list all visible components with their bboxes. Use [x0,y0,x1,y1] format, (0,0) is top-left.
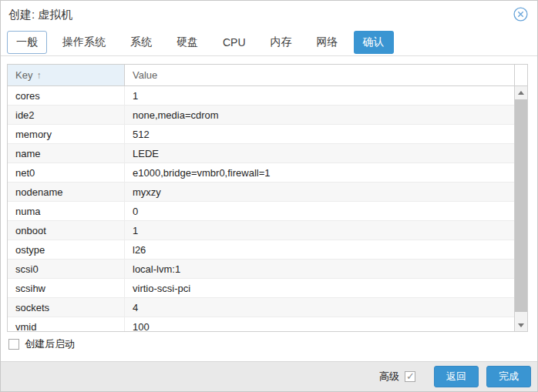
header-scrollbar-spacer [514,65,527,85]
row-value-cell: 4 [125,298,514,317]
tab-system[interactable]: 系统 [121,31,161,54]
row-key-cell: cores [8,86,125,105]
table-row[interactable]: onboot1 [8,221,514,240]
row-key-cell: nodename [8,183,125,201]
table-body: cores1ide2none,media=cdrommemory512nameL… [8,86,514,331]
row-key-cell: vmid [8,317,125,331]
row-value-cell: l26 [125,240,514,259]
row-value-cell: e1000,bridge=vmbr0,firewall=1 [125,163,514,182]
row-value-cell: 100 [125,317,514,331]
advanced-label: 高级 [379,370,399,384]
tab-memory[interactable]: 内存 [261,31,301,54]
table-row[interactable]: net0e1000,bridge=vmbr0,firewall=1 [8,163,514,183]
row-key-cell: net0 [8,163,125,182]
table-row[interactable]: ide2none,media=cdrom [8,106,514,125]
table-row[interactable]: numa0 [8,202,514,221]
dialog-footer: 高级 返回 完成 [1,361,537,391]
close-button[interactable] [513,7,528,22]
start-after-created-checkbox[interactable] [8,339,19,350]
tab-harddisk[interactable]: 硬盘 [167,31,207,54]
start-after-created-label: 创建后启动 [25,337,75,351]
value-column-label: Value [133,69,157,81]
tab-confirm[interactable]: 确认 [354,31,394,54]
tab-network[interactable]: 网络 [308,31,348,54]
key-column-label: Key [15,69,32,81]
row-key-cell: numa [8,202,125,220]
tab-cpu[interactable]: CPU [214,32,255,53]
table-row[interactable]: vmid100 [8,317,514,331]
row-value-cell: myxzy [125,183,514,201]
advanced-option[interactable]: 高级 [379,370,415,384]
dialog-titlebar: 创建: 虚拟机 [1,1,537,28]
row-value-cell: virtio-scsi-pci [125,279,514,297]
row-value-cell: 0 [125,202,514,220]
row-key-cell: scsihw [8,279,125,297]
row-key-cell: ostype [8,240,125,259]
table-row[interactable]: ostypel26 [8,240,514,260]
row-value-cell: 1 [125,86,514,105]
summary-table: Key ↑ Value cores1ide2none,media=cdromme… [7,64,528,332]
row-key-cell: onboot [8,221,125,240]
scrollbar-thumb[interactable] [515,99,527,312]
row-value-cell: none,media=cdrom [125,106,514,124]
row-value-cell: 1 [125,221,514,240]
row-key-cell: sockets [8,298,125,317]
tab-os[interactable]: 操作系统 [53,31,115,54]
close-icon [513,7,528,22]
row-key-cell: scsi0 [8,260,125,278]
scroll-down-button[interactable] [515,319,527,331]
row-key-cell: ide2 [8,106,125,124]
key-column-header[interactable]: Key ↑ [8,65,125,85]
row-value-cell: local-lvm:1 [125,260,514,278]
tabbar-divider [1,55,537,56]
sort-asc-icon: ↑ [36,70,41,81]
scroll-down-icon [518,323,524,327]
table-row[interactable]: scsihwvirtio-scsi-pci [8,279,514,298]
dialog-title: 创建: 虚拟机 [8,8,72,22]
tab-general[interactable]: 一般 [7,31,47,54]
table-header: Key ↑ Value [8,65,527,86]
back-button[interactable]: 返回 [434,366,479,387]
row-key-cell: memory [8,125,125,143]
table-row[interactable]: nameLEDE [8,144,514,163]
row-value-cell: 512 [125,125,514,143]
row-value-cell: LEDE [125,144,514,162]
table-row[interactable]: scsi0local-lvm:1 [8,260,514,279]
vertical-scrollbar[interactable] [514,86,527,331]
tab-bar: 一般操作系统系统硬盘CPU内存网络确认 [7,31,400,54]
advanced-checkbox[interactable] [405,371,415,382]
row-key-cell: name [8,144,125,162]
value-column-header[interactable]: Value [125,65,514,85]
start-after-created-option[interactable]: 创建后启动 [8,337,75,351]
table-row[interactable]: memory512 [8,125,514,144]
table-row[interactable]: nodenamemyxzy [8,183,514,202]
table-row[interactable]: cores1 [8,86,514,106]
create-vm-dialog: 创建: 虚拟机 一般操作系统系统硬盘CPU内存网络确认 Key ↑ Value … [0,0,538,392]
scroll-up-icon [518,91,524,95]
finish-button[interactable]: 完成 [486,366,531,387]
scroll-up-button[interactable] [515,86,527,99]
table-row[interactable]: sockets4 [8,298,514,317]
